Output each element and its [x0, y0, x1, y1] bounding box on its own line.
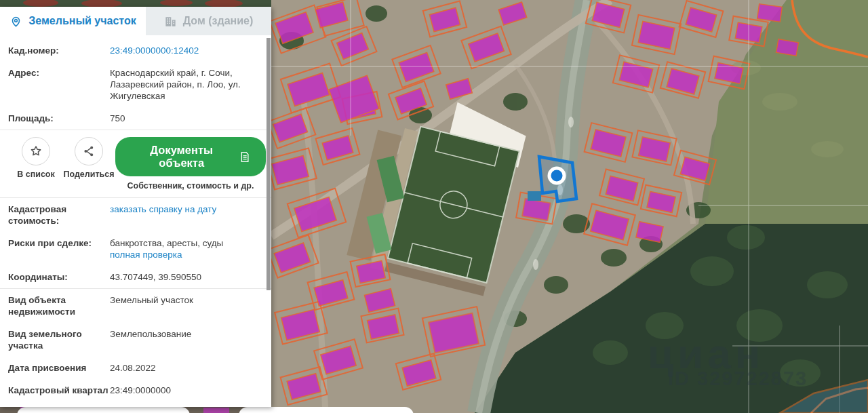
row-cadastral-cost: Кадастровая стоимость: заказать справку … — [0, 198, 271, 232]
row-assignment-date: Дата присвоения 24.08.2022 — [0, 357, 271, 379]
coordinates-label: Координаты: — [8, 271, 110, 283]
documents-subtitle: Собственник, стоимость и др. — [115, 181, 266, 191]
address-label: Адрес: — [8, 67, 110, 102]
info-panel: Земельный участок Дом (здание) Кад.номер… — [0, 7, 271, 407]
row-object-type: Вид объекта недвижимости Земельный участ… — [0, 288, 271, 323]
object-type-label: Вид объекта недвижимости — [8, 294, 110, 317]
area-value: 750 — [110, 113, 125, 124]
assignment-date-value: 24.08.2022 — [110, 362, 156, 374]
address-value: Краснодарский край, г. Сочи, Лазаревский… — [110, 67, 263, 102]
row-cadastral-quarter: Кадастровый квартал 23:49:0000000 — [0, 379, 271, 401]
tab-bar: Земельный участок Дом (здание) — [0, 7, 271, 35]
land-use-type-value: Землепользование — [110, 328, 191, 351]
favorite-button[interactable]: В список — [9, 137, 62, 179]
building-icon — [164, 15, 177, 28]
kad-number-label: Кад.номер: — [8, 45, 110, 56]
share-button[interactable]: Поделиться — [62, 137, 115, 179]
documents-button-label: Документы объекта — [130, 144, 233, 170]
favorite-label: В список — [9, 170, 62, 179]
tab-house-label: Дом (здание) — [183, 15, 254, 27]
row-kad-number: Кад.номер: 23:49:0000000:12402 — [0, 39, 271, 62]
parcel-marker-dot — [551, 170, 563, 182]
panel-scrollbar-thumb[interactable] — [267, 38, 271, 290]
tab-land-label: Земельный участок — [28, 15, 136, 27]
row-area: Площадь: 750 — [0, 107, 271, 130]
row-coordinates: Координаты: 43.707449, 39.590550 — [0, 266, 271, 288]
cadastral-quarter-label: Кадастровый квартал — [8, 385, 110, 396]
panel-scrollbar[interactable] — [267, 35, 271, 407]
documents-area: Документы объекта Собственник, стоимость… — [115, 137, 266, 191]
object-type-value: Земельный участок — [110, 294, 193, 317]
panel-body: Кад.номер: 23:49:0000000:12402 Адрес: Кр… — [0, 35, 271, 401]
risks-value: банкротства, аресты, суды — [110, 238, 223, 248]
row-address: Адрес: Краснодарский край, г. Сочи, Лаза… — [0, 62, 271, 107]
risks-label: Риски при сделке: — [8, 237, 110, 260]
actions-row: В список Поделиться Докум — [0, 130, 271, 198]
kad-number-link[interactable]: 23:49:0000000:12402 — [110, 45, 199, 56]
svg-text:ID 329722873: ID 329722873 — [668, 368, 808, 389]
cadastral-quarter-value: 23:49:0000000 — [110, 385, 171, 396]
area-label: Площадь: — [8, 113, 110, 124]
documents-button[interactable]: Документы объекта — [115, 137, 266, 176]
risks-check-link[interactable]: полная проверка — [110, 249, 182, 260]
assignment-date-label: Дата присвоения — [8, 362, 110, 374]
share-label: Поделиться — [62, 170, 115, 179]
land-use-type-label: Вид земельного участка — [8, 328, 110, 351]
tab-house[interactable]: Дом (здание) — [146, 7, 271, 35]
teal-roof-building — [528, 191, 541, 201]
location-pin-icon — [9, 15, 22, 28]
cadastral-cost-label: Кадастровая стоимость: — [8, 203, 110, 227]
share-icon — [82, 144, 96, 158]
star-icon — [29, 144, 43, 158]
document-icon — [239, 151, 251, 163]
coordinates-value: 43.707449, 39.590550 — [110, 271, 201, 283]
tab-land-parcel[interactable]: Земельный участок — [0, 7, 146, 35]
row-risks: Риски при сделке: банкротства, аресты, с… — [0, 232, 271, 266]
cadastral-cost-link[interactable]: заказать справку на дату — [110, 203, 216, 215]
row-land-use-type: Вид земельного участка Землепользование — [0, 323, 271, 357]
